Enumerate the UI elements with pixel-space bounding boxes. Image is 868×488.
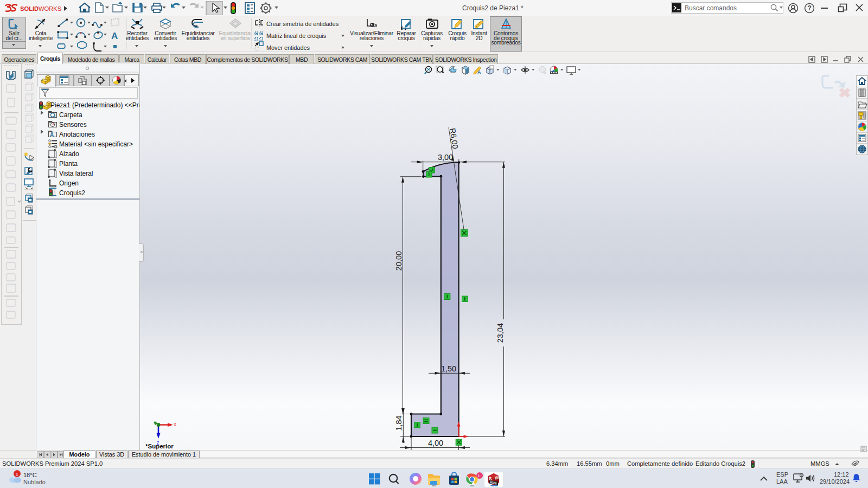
svg-text:Croquis2: Croquis2 <box>59 189 85 197</box>
svg-text:Origen: Origen <box>59 179 79 187</box>
svg-text:A: A <box>111 31 118 41</box>
svg-text:?: ? <box>807 4 811 12</box>
svg-text:SOLID: SOLID <box>20 5 39 12</box>
svg-text:Material <sin especificar>: Material <sin especificar> <box>59 140 133 148</box>
svg-text:Anotaciones: Anotaciones <box>59 131 95 138</box>
svg-text:Planta: Planta <box>59 160 78 168</box>
svg-text:L: L <box>478 473 481 478</box>
svg-text:Vista lateral: Vista lateral <box>59 170 93 177</box>
svg-text:WORKS: WORKS <box>39 5 61 12</box>
svg-text:A: A <box>50 132 54 138</box>
svg-text:Sensores: Sensores <box>59 121 87 129</box>
svg-text:Carpeta: Carpeta <box>59 111 82 119</box>
svg-text:Alzado: Alzado <box>59 150 79 158</box>
svg-text:W: W <box>495 474 500 480</box>
svg-text:Pieza1 (Predeterminado) <<Pred: Pieza1 (Predeterminado) <<Predeterm <box>50 101 139 109</box>
svg-text:A: A <box>477 69 481 75</box>
